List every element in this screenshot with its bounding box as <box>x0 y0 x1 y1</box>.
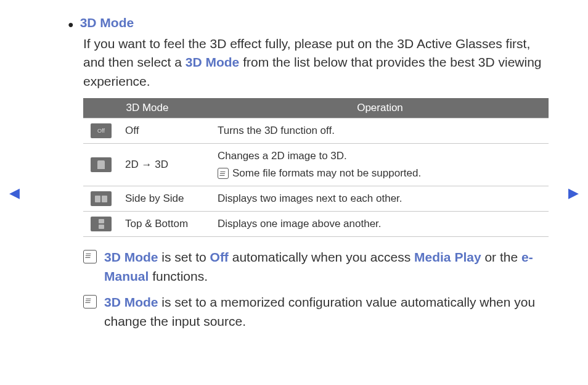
table-header-row: 3D Mode Operation <box>83 98 549 118</box>
note-row: 3D Mode is set to a memorized configurat… <box>83 293 545 331</box>
mode-name: Top & Bottom <box>119 212 211 237</box>
note-text: 3D Mode is set to Off automatically when… <box>104 248 545 286</box>
subnote-text: Some file formats may not be supported. <box>232 167 421 180</box>
mode-operation: Displays one image above another. <box>211 212 549 237</box>
section-title: 3D Mode <box>80 15 134 30</box>
table-row: Side by Side Displays two images next to… <box>83 186 549 212</box>
mode-operation: Turns the 3D function off. <box>211 118 549 144</box>
operation-main: Changes a 2D image to 3D. <box>218 150 542 162</box>
note-kw: Media Play <box>414 250 481 264</box>
header-operation: Operation <box>211 98 549 118</box>
mode-name: Off <box>119 118 211 144</box>
note-seg: functions. <box>149 269 208 283</box>
notes-section: 3D Mode is set to Off automatically when… <box>83 248 545 331</box>
table-row: Top & Bottom Displays one image above an… <box>83 212 549 237</box>
note-row: 3D Mode is set to Off automatically when… <box>83 248 545 286</box>
header-mode: 3D Mode <box>83 98 211 118</box>
prev-page-arrow[interactable]: ◀ <box>9 185 20 201</box>
mode-operation: Changes a 2D image to 3D. Some file form… <box>211 144 549 186</box>
mode-table: 3D Mode Operation Off Off Turns the 3D f… <box>83 98 549 237</box>
off-icon: Off <box>91 123 112 138</box>
top-bottom-icon <box>91 217 112 231</box>
note-seg: is set to <box>158 250 210 264</box>
table-row: 2D → 3D Changes a 2D image to 3D. Some f… <box>83 144 549 186</box>
side-by-side-icon <box>91 191 112 206</box>
note-text: 3D Mode is set to a memorized configurat… <box>104 293 545 331</box>
note-seg: automatically when you access <box>229 250 414 264</box>
mode-icon-cell <box>83 212 119 237</box>
table-row: Off Off Turns the 3D function off. <box>83 118 549 144</box>
page-content: ● 3D Mode If you want to feel the 3D eff… <box>65 15 545 338</box>
section-header-row: ● 3D Mode <box>65 15 545 32</box>
intro-paragraph: If you want to feel the 3D effect fully,… <box>83 35 545 91</box>
mode-icon-cell: Off <box>83 118 119 144</box>
mode-operation: Displays two images next to each other. <box>211 186 549 212</box>
note-icon <box>218 168 229 179</box>
intro-keyword: 3D Mode <box>186 55 240 69</box>
mode-name: Side by Side <box>119 186 211 212</box>
next-page-arrow[interactable]: ▶ <box>568 185 579 201</box>
bullet-icon: ● <box>68 17 74 32</box>
operation-subnote: Some file formats may not be supported. <box>218 167 542 180</box>
note-icon <box>83 295 97 308</box>
note-kw: 3D Mode <box>104 250 158 264</box>
mode-icon-cell <box>83 144 119 186</box>
note-seg: or the <box>481 250 521 264</box>
mode-icon-cell <box>83 186 119 212</box>
note-kw: Off <box>210 250 229 264</box>
note-icon <box>83 250 97 263</box>
note-seg: is set to a memorized configuration valu… <box>104 295 535 328</box>
mode-name: 2D → 3D <box>119 144 211 186</box>
note-kw: 3D Mode <box>104 295 158 309</box>
2d-to-3d-icon <box>91 157 112 172</box>
